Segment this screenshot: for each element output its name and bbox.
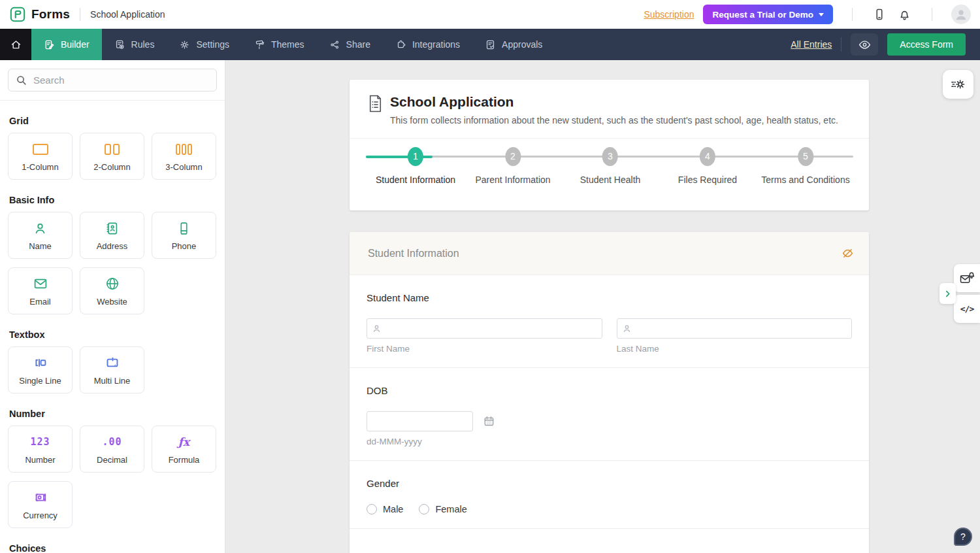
- field-card-2-column[interactable]: 2-Column: [80, 133, 144, 180]
- step-label: Student Information: [376, 175, 455, 185]
- field-dob[interactable]: DOB dd-MMM-yyyy: [350, 368, 869, 460]
- section-header[interactable]: Student Information: [350, 232, 869, 275]
- field-palette-sidebar: Grid 1-Column 2-Column 3-Column Basic In…: [0, 60, 225, 553]
- field-card-1-column[interactable]: 1-Column: [8, 133, 73, 180]
- envelope-icon: [33, 275, 48, 292]
- step-label: Files Required: [678, 175, 737, 185]
- last-name-sublabel: Last Name: [617, 344, 853, 354]
- search-box: [8, 69, 217, 92]
- single-line-icon: [33, 354, 48, 371]
- tab-integrations[interactable]: Integrations: [383, 29, 472, 60]
- field-card-formula[interactable]: ƒx Formula: [152, 426, 216, 473]
- section-heading-textbox: Textbox: [9, 329, 216, 340]
- eye-icon: [858, 38, 872, 52]
- tab-settings-label: Settings: [196, 39, 229, 50]
- divider: [80, 8, 80, 21]
- section-heading-grid: Grid: [9, 116, 216, 126]
- currency-banknote-icon: [33, 489, 48, 506]
- last-name-input[interactable]: [617, 318, 853, 339]
- field-card-3-column[interactable]: 3-Column: [152, 133, 216, 180]
- tab-share[interactable]: Share: [317, 29, 383, 60]
- three-column-icon: [176, 141, 192, 158]
- topbar-left: Forms School Application: [9, 6, 165, 23]
- paint-roller-icon: [254, 39, 265, 50]
- navbar: Builder Rules Settings Themes: [0, 29, 980, 60]
- field-card-website[interactable]: Website: [80, 267, 144, 314]
- step-label: Parent Information: [475, 175, 550, 185]
- field-card-number[interactable]: 123 Number: [8, 426, 73, 473]
- tab-builder[interactable]: Builder: [31, 29, 102, 60]
- all-entries-link[interactable]: All Entries: [791, 39, 832, 50]
- section-heading-basic-info: Basic Info: [9, 195, 216, 205]
- step-student-health[interactable]: 3 Student Health: [580, 147, 641, 185]
- step-dot: 2: [505, 147, 521, 166]
- form-title: School Application: [390, 93, 838, 110]
- form-document-icon: [368, 95, 383, 127]
- divider: [932, 8, 932, 21]
- collapse-panel-button[interactable]: [939, 283, 956, 304]
- dob-input[interactable]: [367, 411, 473, 431]
- radio-icon[interactable]: [367, 504, 377, 514]
- right-side-tools: </>: [939, 264, 980, 323]
- subscription-link[interactable]: Subscription: [644, 9, 694, 20]
- field-gender[interactable]: Gender Male Female: [350, 461, 869, 528]
- notifications-button[interactable]: [896, 7, 913, 23]
- puzzle-icon: [395, 39, 406, 50]
- chevron-right-icon: [943, 290, 952, 298]
- formula-fx-icon: ƒx: [178, 433, 189, 450]
- dob-format-hint: dd-MMM-yyyy: [367, 437, 852, 446]
- step-student-information[interactable]: 1 Student Information: [376, 147, 455, 185]
- search-input[interactable]: [8, 69, 217, 92]
- radio-option-female[interactable]: Female: [419, 504, 466, 514]
- form-quick-settings-button[interactable]: [943, 70, 973, 99]
- access-form-button[interactable]: Access Form: [887, 33, 966, 56]
- form-header-card[interactable]: School Application This form collects in…: [350, 80, 869, 210]
- step-parent-information[interactable]: 2 Parent Information: [475, 147, 550, 185]
- step-terms-and-conditions[interactable]: 5 Terms and Conditions: [761, 147, 849, 185]
- gear-icon: [179, 39, 190, 50]
- field-student-name[interactable]: Student Name First Name: [350, 275, 869, 367]
- field-card-single-line[interactable]: Single Line: [8, 346, 73, 394]
- two-column-icon: [105, 141, 120, 158]
- chevron-down-icon: [819, 13, 824, 16]
- form-description: This form collects information about the…: [390, 114, 838, 127]
- mobile-app-button[interactable]: [872, 7, 887, 22]
- field-card-decimal[interactable]: .00 Decimal: [80, 426, 144, 473]
- field-card-multi-line[interactable]: Multi Line: [80, 346, 144, 394]
- section-hidden-toggle[interactable]: [840, 245, 856, 261]
- field-card-name[interactable]: Name: [8, 212, 73, 259]
- preview-button[interactable]: [851, 33, 878, 56]
- tab-themes[interactable]: Themes: [242, 29, 317, 60]
- email-notifications-button[interactable]: [954, 264, 980, 292]
- field-card-phone[interactable]: Phone: [152, 212, 216, 259]
- date-picker-button[interactable]: [482, 414, 497, 429]
- section-heading-choices: Choices: [9, 543, 216, 553]
- user-avatar[interactable]: [951, 5, 971, 24]
- home-button[interactable]: [0, 29, 31, 60]
- embed-code-button[interactable]: </>: [954, 295, 980, 323]
- step-files-required[interactable]: 4 Files Required: [678, 147, 737, 185]
- tab-themes-label: Themes: [271, 39, 304, 50]
- tab-rules[interactable]: Rules: [102, 29, 167, 60]
- divider: [350, 528, 869, 529]
- code-icon: </>: [960, 304, 973, 314]
- rules-icon: [114, 39, 125, 50]
- builder-icon: [44, 39, 55, 50]
- forms-logo-icon: [9, 6, 26, 23]
- radio-icon[interactable]: [419, 504, 429, 514]
- nav-tabs: Builder Rules Settings Themes: [31, 29, 555, 60]
- radio-label: Male: [383, 504, 403, 514]
- field-card-email[interactable]: Email: [8, 267, 73, 314]
- step-dot: 3: [602, 147, 618, 166]
- field-card-address[interactable]: Address: [80, 212, 144, 259]
- radio-option-male[interactable]: Male: [367, 504, 403, 514]
- field-card-currency[interactable]: Currency: [8, 481, 73, 528]
- request-trial-button[interactable]: Request a Trial or Demo: [703, 5, 833, 24]
- section-heading-number: Number: [9, 409, 216, 419]
- help-button[interactable]: ?: [954, 528, 972, 546]
- field-sections: Grid 1-Column 2-Column 3-Column Basic In…: [0, 116, 225, 553]
- phone-icon: [176, 220, 191, 237]
- tab-settings[interactable]: Settings: [167, 29, 242, 60]
- tab-approvals[interactable]: Approvals: [472, 29, 555, 60]
- first-name-input[interactable]: [367, 318, 602, 339]
